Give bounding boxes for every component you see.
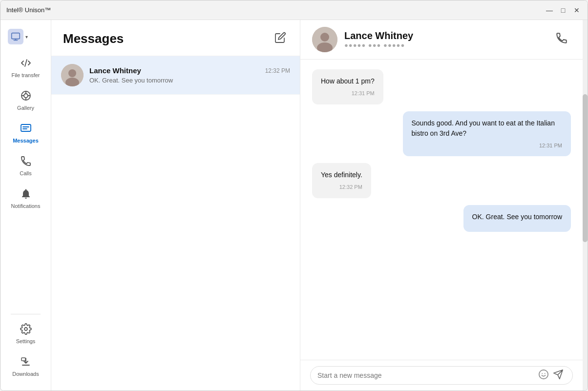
notifications-icon bbox=[20, 188, 32, 202]
emoji-button[interactable] bbox=[536, 367, 551, 384]
sidebar-item-gallery[interactable]: Gallery bbox=[6, 85, 45, 116]
chat-messages: How about 1 pm? 12:31 PM Sounds good. An… bbox=[300, 60, 583, 360]
sidebar-item-calls[interactable]: Calls bbox=[6, 150, 45, 181]
chat-avatar bbox=[312, 27, 337, 52]
app-window: Intel® Unison™ — □ ✕ ▾ bbox=[0, 0, 588, 391]
downloads-icon bbox=[20, 356, 32, 370]
sidebar-item-label: Gallery bbox=[17, 105, 34, 111]
gallery-icon bbox=[20, 90, 32, 103]
chat-contact-phone: ●●●●● ●●● ●●●●● bbox=[344, 41, 546, 49]
message-time: 12:31 PM bbox=[412, 142, 563, 150]
minimize-button[interactable]: — bbox=[545, 5, 554, 15]
svg-point-18 bbox=[545, 373, 546, 374]
message-text: OK. Great. See you tomorrow bbox=[472, 213, 562, 221]
sidebar-item-label: Messages bbox=[13, 138, 39, 144]
message-bubble: Sounds good. And you want to eat at the … bbox=[403, 111, 571, 157]
svg-rect-0 bbox=[12, 33, 20, 39]
svg-point-2 bbox=[24, 94, 28, 98]
sidebar-item-label: Calls bbox=[20, 170, 31, 176]
svg-point-8 bbox=[24, 328, 27, 330]
chat-panel: Lance Whitney ●●●●● ●●● ●●●●● How about … bbox=[300, 20, 583, 391]
sidebar-item-downloads[interactable]: Downloads bbox=[6, 351, 45, 382]
message-time: 12:31 PM bbox=[321, 89, 375, 98]
chevron-down-icon: ▾ bbox=[25, 34, 28, 40]
message-bubble: Yes definitely. 12:32 PM bbox=[312, 163, 371, 198]
sidebar-item-notifications[interactable]: Notifications bbox=[6, 183, 45, 214]
messages-icon bbox=[20, 123, 32, 136]
conversation-name: Lance Whitney bbox=[89, 66, 141, 75]
file-transfer-icon bbox=[20, 57, 32, 71]
sidebar-item-label: Notifications bbox=[11, 203, 41, 209]
title-bar: Intel® Unison™ — □ ✕ bbox=[0, 0, 588, 20]
message-text: Sounds good. And you want to eat at the … bbox=[412, 119, 555, 137]
chat-header: Lance Whitney ●●●●● ●●● ●●●●● bbox=[300, 20, 583, 60]
app-title: Intel® Unison™ bbox=[6, 6, 545, 14]
device-selector[interactable]: ▾ bbox=[3, 25, 48, 48]
message-text: How about 1 pm? bbox=[321, 77, 375, 85]
sidebar-divider bbox=[11, 314, 41, 314]
conversation-top: Lance Whitney 12:32 PM bbox=[89, 66, 290, 75]
message-bubble: OK. Great. See you tomorrow bbox=[463, 205, 571, 232]
chat-input-bar bbox=[300, 360, 583, 391]
conversation-list: Lance Whitney 12:32 PM OK. Great. See yo… bbox=[51, 56, 300, 391]
chat-contact-name: Lance Whitney bbox=[344, 30, 546, 41]
maximize-button[interactable]: □ bbox=[558, 5, 568, 15]
svg-point-11 bbox=[68, 69, 76, 77]
sidebar-item-label: Settings bbox=[16, 338, 36, 344]
call-button[interactable] bbox=[552, 29, 571, 50]
scrollbar-thumb bbox=[583, 94, 588, 243]
sidebar: ▾ File transfer bbox=[0, 20, 51, 391]
message-bubble: How about 1 pm? 12:31 PM bbox=[312, 69, 383, 104]
sidebar-item-messages[interactable]: Messages bbox=[6, 118, 45, 148]
conversation-item[interactable]: Lance Whitney 12:32 PM OK. Great. See yo… bbox=[51, 56, 300, 95]
conversation-info: Lance Whitney 12:32 PM OK. Great. See yo… bbox=[89, 66, 290, 84]
window-controls: — □ ✕ bbox=[545, 5, 582, 15]
svg-point-17 bbox=[542, 373, 543, 374]
message-text: Yes definitely. bbox=[321, 171, 362, 179]
message-time: 12:32 PM bbox=[321, 183, 362, 191]
messages-panel: Messages bbox=[51, 20, 300, 391]
sidebar-nav: File transfer Gallery bbox=[0, 52, 51, 310]
scrollbar[interactable] bbox=[583, 20, 588, 391]
sidebar-bottom: Settings Downloads bbox=[0, 318, 51, 386]
conversation-preview: OK. Great. See you tomorrow bbox=[89, 77, 290, 84]
send-button[interactable] bbox=[551, 367, 566, 384]
conversation-time: 12:32 PM bbox=[265, 67, 290, 74]
sidebar-item-file-transfer[interactable]: File transfer bbox=[6, 52, 45, 83]
messages-title: Messages bbox=[63, 31, 124, 46]
messages-header: Messages bbox=[51, 20, 300, 56]
sidebar-item-label: File transfer bbox=[11, 72, 40, 78]
svg-rect-7 bbox=[21, 124, 31, 131]
sidebar-item-label: Downloads bbox=[12, 371, 39, 377]
svg-point-16 bbox=[539, 370, 548, 378]
settings-icon bbox=[20, 323, 32, 337]
device-icon bbox=[8, 29, 23, 44]
chat-input-wrap bbox=[310, 366, 573, 385]
calls-icon bbox=[20, 155, 32, 169]
message-input[interactable] bbox=[317, 367, 536, 384]
avatar bbox=[61, 64, 84, 86]
chat-header-info: Lance Whitney ●●●●● ●●● ●●●●● bbox=[344, 30, 546, 49]
svg-point-14 bbox=[320, 33, 329, 41]
svg-rect-9 bbox=[21, 358, 25, 361]
sidebar-item-settings[interactable]: Settings bbox=[6, 318, 45, 349]
main-content: ▾ File transfer bbox=[0, 20, 588, 391]
close-button[interactable]: ✕ bbox=[572, 5, 582, 15]
compose-button[interactable] bbox=[273, 30, 288, 48]
